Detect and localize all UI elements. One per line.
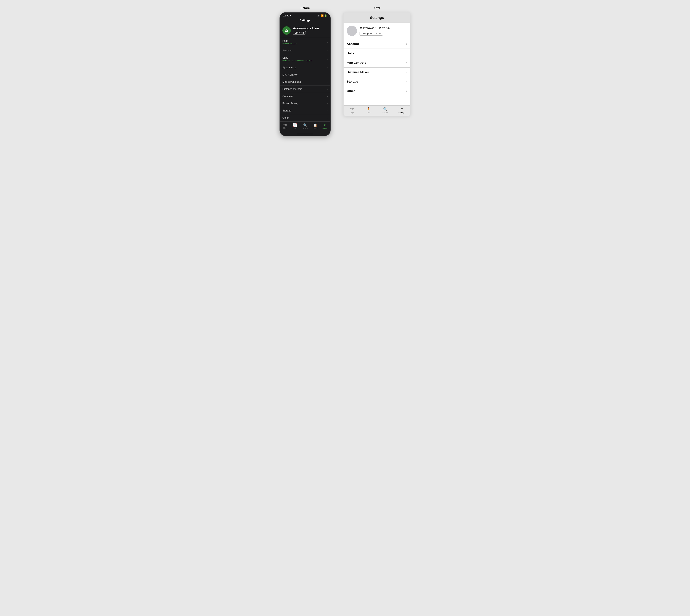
tab-saved[interactable]: 📋 Saved [310, 123, 320, 129]
menu-item-units[interactable]: Units Units: Metric, Coordinates: Decima… [280, 54, 330, 64]
chevron-right-icon: › [406, 43, 407, 45]
after-tab-search-label: Search [382, 112, 388, 114]
status-right: 📶 🔋 [317, 14, 327, 17]
settings-item-map-controls[interactable]: Map Controls › [343, 58, 410, 68]
settings-item-account-label: Account [347, 42, 359, 46]
after-tab-bar: 🗺 Maps 🚶 Trips 🔍 Search ⚙ Settings [343, 105, 410, 116]
signal-icon [317, 15, 320, 17]
menu-item-storage[interactable]: Storage › [280, 107, 330, 114]
menu-item-storage-content: Storage [282, 109, 291, 112]
chevron-right-icon: › [327, 49, 328, 52]
menu-item-help-content: Help Version: v2022.6 [282, 40, 296, 45]
chevron-right-icon: › [406, 61, 407, 64]
settings-item-account[interactable]: Account › [343, 39, 410, 49]
settings-item-storage[interactable]: Storage › [343, 77, 410, 86]
tab-trip[interactable]: 📈 Trip [290, 123, 300, 129]
menu-item-account[interactable]: Account › [280, 47, 330, 54]
after-tab-trips[interactable]: 🚶 Trips [360, 107, 377, 114]
menu-item-storage-label: Storage [282, 109, 291, 112]
status-time: 22:09 [283, 14, 289, 17]
menu-item-compass-content: Compass [282, 95, 293, 98]
before-label: Before [301, 6, 310, 10]
battery-icon: 🔋 [325, 14, 327, 17]
menu-item-other[interactable]: Other › [280, 114, 330, 122]
tab-map[interactable]: 🗺 Map [280, 123, 290, 129]
chevron-right-icon: › [327, 73, 328, 76]
profile-section: ⛰ Anonymous User Edit Profile [280, 24, 330, 37]
profile-info: Anonymous User Edit Profile [293, 26, 319, 35]
tab-trip-label: Trip [294, 128, 296, 129]
chevron-right-icon: › [327, 102, 328, 105]
settings-spacer [343, 96, 410, 105]
chevron-right-icon: › [327, 66, 328, 69]
after-tab-settings[interactable]: ⚙ Settings [394, 107, 410, 114]
change-photo-button[interactable]: Change profile photo [359, 31, 383, 36]
menu-item-other-label: Other [282, 116, 289, 119]
menu-item-appearance-content: Appearance [282, 66, 296, 69]
menu-item-account-content: Account [282, 49, 292, 52]
location-arrow-icon: ➤ [290, 15, 291, 17]
edit-profile-button[interactable]: Edit Profile [293, 31, 306, 35]
map-icon: 🗺 [283, 123, 287, 127]
settings-panel: Settings Matthew J. Mitchell Change prof… [343, 12, 410, 116]
after-tab-search[interactable]: 🔍 Search [377, 107, 394, 114]
settings-item-other[interactable]: Other › [343, 86, 410, 96]
tab-settings[interactable]: ⚙ Settings [320, 123, 330, 129]
chevron-right-icon: › [406, 71, 407, 74]
after-avatar [347, 26, 357, 36]
after-tab-maps-label: Maps [350, 112, 354, 114]
wifi-icon: 📶 [321, 14, 324, 17]
settings-gear-icon: ⚙ [400, 107, 404, 111]
menu-item-power-saving[interactable]: Power Saving › [280, 100, 330, 107]
settings-item-units[interactable]: Units › [343, 49, 410, 58]
menu-item-map-controls[interactable]: Map Controls › [280, 71, 330, 79]
saved-icon: 📋 [313, 123, 317, 127]
menu-item-distance-markers-content: Distance Markers [282, 88, 302, 91]
after-profile-name: Matthew J. Mitchell [359, 26, 392, 30]
after-tab-settings-label: Settings [399, 112, 405, 114]
after-label: After [374, 6, 380, 10]
menu-item-compass-label: Compass [282, 95, 293, 98]
menu-item-units-label: Units [282, 57, 312, 59]
settings-item-other-label: Other [347, 89, 355, 93]
maps-icon: 🗺 [350, 107, 354, 111]
tab-saved-label: Saved [313, 128, 317, 129]
settings-item-units-label: Units [347, 51, 354, 55]
menu-item-map-downloads-label: Map Downloads [282, 81, 301, 83]
chevron-right-icon: › [327, 41, 328, 43]
settings-item-map-controls-label: Map Controls [347, 61, 366, 65]
before-panel: Before 22:09 ➤ 📶 🔋 Settings [280, 6, 331, 136]
trips-icon: 🚶 [366, 107, 371, 111]
menu-item-distance-markers-label: Distance Markers [282, 88, 302, 91]
settings-item-distance-maker[interactable]: Distance Maker › [343, 68, 410, 77]
menu-item-map-downloads[interactable]: Map Downloads › [280, 79, 330, 86]
status-left: 22:09 ➤ [283, 14, 291, 17]
chevron-right-icon: › [327, 116, 328, 119]
settings-header: Settings [343, 13, 410, 23]
home-bar [297, 134, 313, 134]
menu-item-compass[interactable]: Compass › [280, 93, 330, 100]
tab-map-label: Map [283, 127, 286, 129]
tab-search[interactable]: 🔍 Search [300, 123, 310, 129]
chevron-right-icon: › [327, 109, 328, 112]
avatar: ⛰ [282, 26, 291, 35]
menu-item-appearance[interactable]: Appearance › [280, 64, 330, 71]
menu-list: Help Version: v2022.6 › Account › Units … [280, 37, 330, 122]
settings-title: Settings [370, 16, 384, 20]
avatar-icon: ⛰ [285, 28, 288, 33]
search-icon: 🔍 [303, 123, 307, 127]
chevron-right-icon: › [406, 80, 407, 83]
menu-item-power-saving-content: Power Saving [282, 102, 298, 105]
home-indicator [280, 133, 330, 136]
menu-item-units-sub: Units: Metric, Coordinates: Decimal [282, 60, 312, 62]
menu-item-units-content: Units Units: Metric, Coordinates: Decima… [282, 57, 312, 62]
settings-item-distance-maker-label: Distance Maker [347, 70, 369, 74]
after-tab-maps[interactable]: 🗺 Maps [343, 107, 360, 114]
menu-item-other-content: Other [282, 116, 289, 119]
menu-item-help[interactable]: Help Version: v2022.6 › [280, 37, 330, 47]
menu-item-map-controls-label: Map Controls [282, 73, 297, 76]
tab-bar: 🗺 Map 📈 Trip 🔍 Search 📋 Saved ⚙ Settings [280, 122, 330, 133]
menu-item-distance-markers[interactable]: Distance Markers › [280, 86, 330, 93]
menu-item-power-saving-label: Power Saving [282, 102, 298, 105]
tab-search-label: Search [303, 128, 308, 129]
